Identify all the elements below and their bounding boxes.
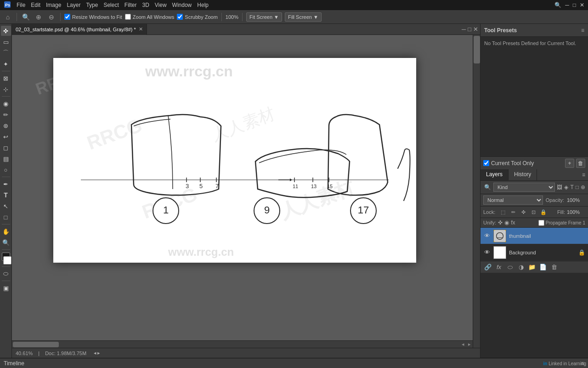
zoom-out-icon[interactable]: ⊖ xyxy=(46,12,57,22)
filter-pixel-icon[interactable]: 🖼 xyxy=(557,184,562,190)
layers-search-icon[interactable]: 🔍 xyxy=(483,183,492,191)
tool-preset-new-btn[interactable]: + xyxy=(565,159,574,168)
menu-type[interactable]: Type xyxy=(86,2,98,8)
move-tool[interactable]: ✜ xyxy=(1,26,11,36)
tab-history[interactable]: History xyxy=(509,169,537,180)
layer-name-thumbnail: thumbnail xyxy=(509,233,585,239)
layer-visibility-thumbnail[interactable]: 👁 xyxy=(483,232,491,240)
layer-mask-btn[interactable]: ⬭ xyxy=(505,263,514,272)
resize-windows-checkbox[interactable]: Resize Windows to Fit xyxy=(64,14,122,20)
dodge-tool[interactable]: ○ xyxy=(1,165,11,175)
layer-new-btn[interactable]: 📄 xyxy=(538,263,548,272)
current-tool-only-checkbox[interactable] xyxy=(483,160,489,166)
opacity-value[interactable]: 100% xyxy=(567,197,585,203)
lock-all-btn[interactable]: 🔒 xyxy=(539,208,548,216)
unify-position-icon[interactable]: ✜ xyxy=(498,219,503,226)
fill-label: Fill: xyxy=(557,209,565,215)
lock-transparent-btn[interactable]: ⬚ xyxy=(499,208,507,216)
eyedropper-tool[interactable]: ⊹ xyxy=(1,84,11,94)
layers-kind-select[interactable]: Kind xyxy=(493,183,555,192)
filter-adjust-icon[interactable]: ◈ xyxy=(564,184,568,190)
crop-tool[interactable]: ⊠ xyxy=(1,73,11,83)
layers-panel-menu-icon[interactable]: ≡ xyxy=(582,172,585,178)
layer-group-btn[interactable]: 📁 xyxy=(527,263,537,272)
current-tool-only-text: Current Tool Only xyxy=(491,160,534,167)
hand-tool[interactable]: ✋ xyxy=(1,226,11,236)
fit-screen-btn[interactable]: Fit Screen ▼ xyxy=(246,12,282,22)
layer-row-thumbnail[interactable]: 👁 thumbnail xyxy=(481,228,588,244)
menu-help[interactable]: Help xyxy=(197,2,209,8)
lasso-tool[interactable]: ⌒ xyxy=(1,48,11,58)
home-icon[interactable]: ⌂ xyxy=(3,12,13,22)
window-minimize[interactable]: ─ xyxy=(565,2,569,8)
canvas-scrollbar-horizontal[interactable]: ◂ ▸ xyxy=(12,340,473,348)
fill-value[interactable]: 100% xyxy=(567,209,585,215)
doc-arrange-icon[interactable]: ─ xyxy=(462,26,466,33)
status-prev-btn[interactable]: ◂ xyxy=(94,350,96,356)
menu-select[interactable]: Select xyxy=(103,2,119,8)
layer-fx-btn[interactable]: fx xyxy=(494,263,503,272)
path-select-tool[interactable]: ↖ xyxy=(1,201,11,211)
menu-file[interactable]: File xyxy=(17,2,25,8)
text-tool[interactable]: T xyxy=(1,190,11,200)
lock-label: Lock: xyxy=(483,209,495,215)
layer-delete-btn[interactable]: 🗑 xyxy=(549,263,559,272)
doc-close-icon[interactable]: ✕ xyxy=(473,26,478,33)
layer-adj-btn[interactable]: ◑ xyxy=(516,263,526,272)
canvas-scrollbar-vertical[interactable] xyxy=(473,35,480,348)
window-close[interactable]: ✕ xyxy=(580,2,584,8)
layer-link-btn[interactable]: 🔗 xyxy=(483,263,492,272)
zoom-in-icon[interactable]: ⊕ xyxy=(34,12,44,22)
menu-edit[interactable]: Edit xyxy=(31,2,40,8)
doc-tab-active[interactable]: 02_03_startstate.psd @ 40.6% (thumbnail,… xyxy=(12,24,147,35)
unify-visibility-icon[interactable]: ◉ xyxy=(504,219,509,226)
eraser-tool[interactable]: ◻ xyxy=(1,143,11,153)
history-brush-tool[interactable]: ↩ xyxy=(1,132,11,142)
zoom-all-windows-checkbox[interactable]: Zoom All Windows xyxy=(125,14,174,20)
zoom-tool[interactable]: 🔍 xyxy=(1,237,11,247)
window-maximize[interactable]: □ xyxy=(573,2,576,8)
menu-filter[interactable]: Filter xyxy=(124,2,137,8)
status-next-btn[interactable]: ▸ xyxy=(97,350,100,356)
layer-row-background[interactable]: 👁 Background 🔒 xyxy=(481,244,588,261)
background-color[interactable] xyxy=(3,256,11,264)
current-tool-only-label[interactable]: Current Tool Only xyxy=(483,160,534,167)
quick-mask-tool[interactable]: ⬭ xyxy=(1,269,11,279)
stamp-tool[interactable]: ⊛ xyxy=(1,121,11,131)
spot-heal-tool[interactable]: ◉ xyxy=(1,98,11,109)
tool-presets-menu-icon[interactable]: ≡ xyxy=(581,27,584,34)
pen-tool[interactable]: ✒ xyxy=(1,179,11,189)
select-rect-tool[interactable]: ▭ xyxy=(1,37,11,47)
filter-smart-icon[interactable]: ⊕ xyxy=(581,184,585,190)
menu-image[interactable]: Image xyxy=(46,2,61,8)
layer-visibility-background[interactable]: 👁 xyxy=(483,249,491,256)
tool-preset-delete-btn[interactable]: 🗑 xyxy=(576,159,585,168)
blend-mode-select[interactable]: Normal xyxy=(483,196,543,205)
zoom-tool-icon[interactable]: 🔍 xyxy=(21,12,31,22)
filter-shape-icon[interactable]: □ xyxy=(576,184,579,190)
menu-window[interactable]: Window xyxy=(172,2,192,8)
doc-maximize-icon[interactable]: □ xyxy=(468,26,471,33)
propagate-frame-checkbox[interactable] xyxy=(538,220,544,226)
lock-image-btn[interactable]: ✏ xyxy=(509,208,517,216)
brush-tool[interactable]: ✏ xyxy=(1,109,11,120)
screen-mode-tool[interactable]: ▣ xyxy=(1,283,11,293)
lock-position-btn[interactable]: ✜ xyxy=(519,208,527,216)
zoom-value: 100% xyxy=(226,14,238,20)
fill-screen-btn[interactable]: Fill Screen ▼ xyxy=(285,12,322,22)
menu-layer[interactable]: Layer xyxy=(67,2,80,8)
menu-view[interactable]: View xyxy=(155,2,167,8)
menu-ps[interactable]: Ps xyxy=(4,1,11,10)
shape-tool[interactable]: □ xyxy=(1,212,11,222)
scrubby-zoom-checkbox[interactable]: Scrubby Zoom xyxy=(177,14,218,20)
filter-type-icon[interactable]: T xyxy=(570,184,573,190)
magic-wand-tool[interactable]: ✦ xyxy=(1,59,11,69)
menu-3d[interactable]: 3D xyxy=(142,2,149,8)
unify-style-icon[interactable]: fx xyxy=(511,219,515,226)
doc-tab-close[interactable]: ✕ xyxy=(139,26,143,32)
tab-layers[interactable]: Layers xyxy=(481,169,509,180)
tool-separator-5 xyxy=(2,249,10,250)
lock-artboard-btn[interactable]: ⊡ xyxy=(529,208,537,216)
window-search-icon[interactable]: 🔍 xyxy=(554,2,561,8)
gradient-tool[interactable]: ▤ xyxy=(1,154,11,164)
